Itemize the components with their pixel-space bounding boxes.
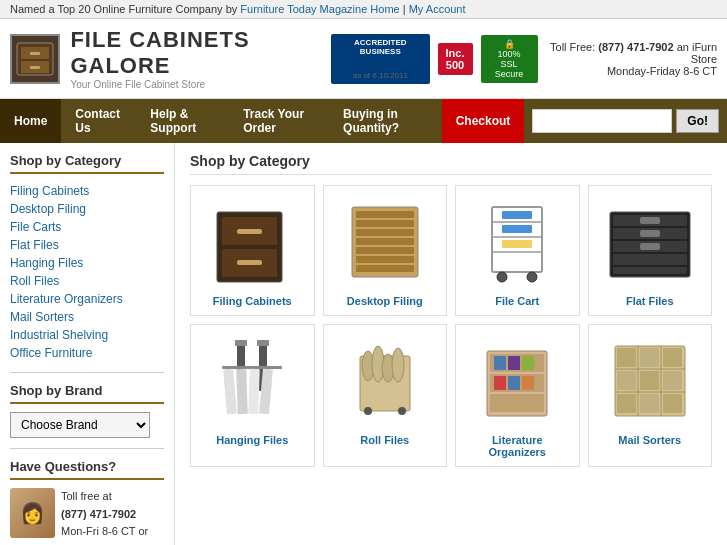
product-img-flat-files	[597, 194, 704, 289]
svg-rect-34	[640, 230, 660, 237]
nav-help[interactable]: Help & Support	[136, 99, 229, 143]
svg-rect-8	[237, 229, 262, 234]
store-name: an iFurn Store	[677, 41, 717, 65]
product-roll-files[interactable]: Roll Files	[323, 324, 448, 467]
svg-rect-73	[617, 394, 636, 413]
sidebar: Shop by Category Filing Cabinets Desktop…	[0, 143, 175, 545]
top-bar-text: Named a Top 20 Online Furniture Company …	[10, 3, 240, 15]
svg-rect-33	[640, 217, 660, 224]
svg-point-50	[364, 407, 372, 415]
inc-label: Inc.	[446, 47, 465, 59]
product-img-file-cart	[464, 194, 571, 289]
content-title: Shop by Category	[190, 153, 712, 175]
ssl-sub: SSL Secure	[495, 59, 524, 79]
product-flat-files[interactable]: Flat Files	[588, 185, 713, 316]
product-name-hanging-files[interactable]: Hanging Files	[199, 434, 306, 446]
svg-rect-70	[617, 371, 636, 390]
svg-rect-15	[356, 247, 414, 254]
sidebar-item-hanging-files[interactable]: Hanging Files	[10, 254, 164, 272]
product-img-roll-files	[332, 333, 439, 428]
product-img-desktop-filing	[332, 194, 439, 289]
svg-rect-12	[356, 220, 414, 227]
svg-rect-9	[237, 260, 262, 265]
nav-home[interactable]: Home	[0, 99, 61, 143]
store-hours: Monday-Friday 8-6 CT	[538, 65, 717, 77]
home-link[interactable]: Home	[370, 3, 399, 15]
ssl-label: 100%	[498, 49, 521, 59]
sidebar-item-desktop-filing[interactable]: Desktop Filing	[10, 200, 164, 218]
nav-checkout[interactable]: Checkout	[442, 99, 525, 143]
sidebar-divider-1	[10, 372, 164, 373]
sidebar-item-file-carts[interactable]: File Carts	[10, 218, 164, 236]
product-name-roll-files[interactable]: Roll Files	[332, 434, 439, 446]
magazine-link[interactable]: Furniture Today Magazine	[240, 3, 367, 15]
product-filing-cabinets[interactable]: Filing Cabinets	[190, 185, 315, 316]
search-area: Go!	[524, 99, 727, 143]
product-mail-sorters[interactable]: Mail Sorters	[588, 324, 713, 467]
product-desktop-filing[interactable]: Desktop Filing	[323, 185, 448, 316]
logo-text: FILE CABINETS GALORE Your Online File Ca…	[70, 27, 331, 90]
svg-point-26	[527, 272, 537, 282]
svg-rect-43	[248, 368, 260, 413]
account-link[interactable]: My Account	[409, 3, 466, 15]
inc-badge: Inc. 500	[438, 43, 473, 75]
svg-point-49	[392, 348, 404, 382]
search-input[interactable]	[532, 109, 672, 133]
main-content: Shop by Category Filing Cabinets Desktop…	[0, 143, 727, 545]
questions-phone-label: Toll free at	[61, 490, 112, 502]
nav-contact[interactable]: Contact Us	[61, 99, 136, 143]
product-name-flat-files[interactable]: Flat Files	[597, 295, 704, 307]
svg-rect-14	[356, 238, 414, 245]
svg-rect-60	[508, 376, 520, 390]
product-name-mail-sorters[interactable]: Mail Sorters	[597, 434, 704, 446]
search-button[interactable]: Go!	[676, 109, 719, 133]
svg-rect-61	[522, 376, 534, 390]
sidebar-item-literature-organizers[interactable]: Literature Organizers	[10, 290, 164, 308]
brand-section-title: Shop by Brand	[10, 383, 164, 404]
sidebar-item-filing-cabinets[interactable]: Filing Cabinets	[10, 182, 164, 200]
ssl-badge: 🔒 100% SSL Secure	[481, 35, 538, 83]
svg-rect-68	[640, 348, 659, 367]
category-section-title: Shop by Category	[10, 153, 164, 174]
navigation: Home Contact Us Help & Support Track You…	[0, 99, 727, 143]
sidebar-item-roll-files[interactable]: Roll Files	[10, 272, 164, 290]
sidebar-item-industrial-shelving[interactable]: Industrial Shelving	[10, 326, 164, 344]
nav-quantity[interactable]: Buying in Quantity?	[329, 99, 442, 143]
svg-rect-31	[613, 254, 687, 265]
logo-area: FILE CABINETS GALORE Your Online File Ca…	[10, 27, 331, 90]
nav-track[interactable]: Track Your Order	[229, 99, 329, 143]
badges-area: ACCREDITED BUSINESS A+ Rating as of 6.10…	[331, 34, 538, 84]
sidebar-item-office-furniture[interactable]: Office Furniture	[10, 344, 164, 362]
questions-text: Toll free at (877) 471-7902 Mon-Fri 8-6 …	[61, 488, 148, 545]
svg-rect-11	[356, 211, 414, 218]
product-name-desktop-filing[interactable]: Desktop Filing	[332, 295, 439, 307]
product-img-literature-organizers	[464, 333, 571, 428]
svg-rect-55	[490, 394, 544, 412]
product-img-filing-cabinets	[199, 194, 306, 289]
product-name-literature-organizers[interactable]: Literature Organizers	[464, 434, 571, 458]
svg-rect-71	[640, 371, 659, 390]
inc-sub: 500	[446, 59, 464, 71]
product-literature-organizers[interactable]: Literature Organizers	[455, 324, 580, 467]
content-area: Shop by Category Filing Cabinets	[175, 143, 727, 545]
sidebar-item-mail-sorters[interactable]: Mail Sorters	[10, 308, 164, 326]
svg-rect-75	[663, 394, 682, 413]
sidebar-item-flat-files[interactable]: Flat Files	[10, 236, 164, 254]
questions-hours: Mon-Fri 8-6 CT or	[61, 525, 148, 537]
svg-rect-41	[223, 368, 237, 414]
product-name-filing-cabinets[interactable]: Filing Cabinets	[199, 295, 306, 307]
questions-title: Have Questions?	[10, 459, 164, 480]
product-name-file-cart[interactable]: File Cart	[464, 295, 571, 307]
svg-rect-67	[617, 348, 636, 367]
svg-rect-69	[663, 348, 682, 367]
brand-dropdown[interactable]: Choose Brand	[10, 412, 150, 438]
svg-rect-40	[222, 366, 282, 369]
logo-icon	[10, 34, 60, 84]
questions-section: Have Questions? 👩 Toll free at (877) 471…	[10, 459, 164, 545]
product-img-mail-sorters	[597, 333, 704, 428]
product-file-cart[interactable]: File Cart	[455, 185, 580, 316]
product-hanging-files[interactable]: Hanging Files	[190, 324, 315, 467]
svg-rect-17	[356, 265, 414, 272]
svg-rect-23	[502, 225, 532, 233]
svg-rect-58	[522, 356, 534, 370]
